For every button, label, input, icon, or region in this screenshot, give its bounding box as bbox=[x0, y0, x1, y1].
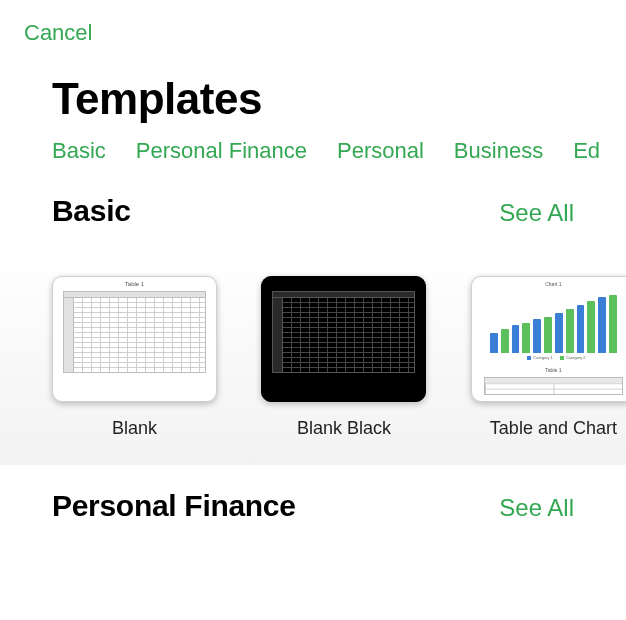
tab-personal[interactable]: Personal bbox=[337, 138, 424, 164]
tab-personal-finance[interactable]: Personal Finance bbox=[136, 138, 307, 164]
template-label: Blank Black bbox=[261, 418, 426, 439]
template-blank-black[interactable]: Blank Black bbox=[261, 276, 426, 439]
see-all-basic[interactable]: See All bbox=[499, 199, 574, 227]
tab-business[interactable]: Business bbox=[454, 138, 543, 164]
section-header-personal-finance: Personal Finance See All bbox=[0, 465, 626, 541]
tab-basic[interactable]: Basic bbox=[52, 138, 106, 164]
category-tabs: Basic Personal Finance Personal Business… bbox=[0, 138, 626, 188]
template-thumbnail: Table 1 bbox=[52, 276, 217, 402]
template-row-basic[interactable]: Table 1 Blank Blank Black Chart 1 Catego… bbox=[0, 246, 626, 465]
template-thumbnail bbox=[261, 276, 426, 402]
template-label: Table and Chart bbox=[471, 418, 626, 439]
template-label: Blank bbox=[52, 418, 217, 439]
section-heading: Basic bbox=[52, 194, 131, 228]
template-thumbnail: Chart 1 Category 1 Category 2 Table 1 bbox=[471, 276, 626, 402]
page-title: Templates bbox=[0, 54, 626, 138]
template-table-and-chart[interactable]: Chart 1 Category 1 Category 2 Table 1 Ta… bbox=[471, 276, 626, 439]
templates-chooser: Cancel Templates Basic Personal Finance … bbox=[0, 0, 626, 620]
tab-education[interactable]: Ed bbox=[573, 138, 600, 164]
top-bar: Cancel bbox=[0, 0, 626, 54]
section-heading: Personal Finance bbox=[52, 489, 296, 523]
template-blank[interactable]: Table 1 Blank bbox=[52, 276, 217, 439]
see-all-personal-finance[interactable]: See All bbox=[499, 494, 574, 522]
cancel-button[interactable]: Cancel bbox=[24, 20, 92, 46]
section-header-basic: Basic See All bbox=[0, 188, 626, 246]
